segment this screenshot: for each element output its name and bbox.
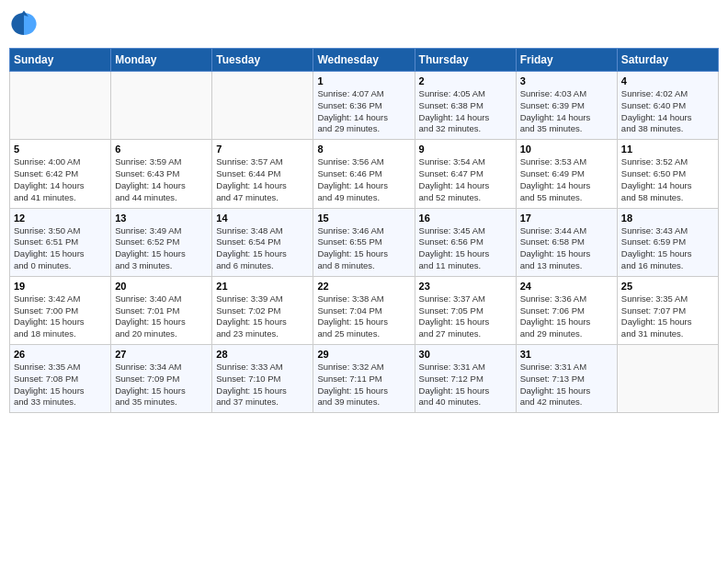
day-number: 12: [14, 213, 107, 224]
day-number: 19: [14, 281, 107, 292]
calendar-cell: 20Sunrise: 3:40 AM Sunset: 7:01 PM Dayli…: [111, 276, 212, 344]
calendar-cell: 3Sunrise: 4:03 AM Sunset: 6:39 PM Daylig…: [516, 72, 617, 140]
day-info: Sunrise: 3:39 AM Sunset: 7:02 PM Dayligh…: [216, 293, 309, 340]
day-info: Sunrise: 3:32 AM Sunset: 7:11 PM Dayligh…: [317, 362, 410, 408]
day-number: 10: [520, 144, 613, 155]
logo-icon: [9, 9, 39, 39]
calendar-cell: 6Sunrise: 3:59 AM Sunset: 6:43 PM Daylig…: [111, 140, 212, 208]
day-info: Sunrise: 3:34 AM Sunset: 7:09 PM Dayligh…: [115, 362, 208, 408]
calendar-cell: 26Sunrise: 3:35 AM Sunset: 7:08 PM Dayli…: [10, 345, 111, 413]
day-info: Sunrise: 3:37 AM Sunset: 7:05 PM Dayligh…: [419, 293, 512, 340]
day-info: Sunrise: 4:02 AM Sunset: 6:40 PM Dayligh…: [621, 88, 714, 135]
calendar-week-row: 5Sunrise: 4:00 AM Sunset: 6:42 PM Daylig…: [10, 140, 719, 208]
calendar-week-row: 19Sunrise: 3:42 AM Sunset: 7:00 PM Dayli…: [10, 276, 719, 344]
day-number: 16: [419, 213, 512, 224]
weekday-header: Tuesday: [212, 49, 313, 72]
calendar-cell: 24Sunrise: 3:36 AM Sunset: 7:06 PM Dayli…: [516, 276, 617, 344]
day-info: Sunrise: 4:03 AM Sunset: 6:39 PM Dayligh…: [520, 88, 613, 135]
day-number: 2: [419, 75, 512, 86]
calendar-cell: 12Sunrise: 3:50 AM Sunset: 6:51 PM Dayli…: [10, 208, 111, 276]
day-info: Sunrise: 3:35 AM Sunset: 7:08 PM Dayligh…: [14, 362, 107, 408]
day-number: 7: [216, 144, 309, 155]
calendar-cell: 4Sunrise: 4:02 AM Sunset: 6:40 PM Daylig…: [617, 72, 718, 140]
weekday-header: Friday: [516, 49, 617, 72]
day-number: 15: [317, 213, 410, 224]
calendar-cell: 31Sunrise: 3:31 AM Sunset: 7:13 PM Dayli…: [516, 345, 617, 413]
weekday-header: Saturday: [617, 49, 718, 72]
day-number: 14: [216, 213, 309, 224]
day-number: 8: [317, 144, 410, 155]
day-info: Sunrise: 3:48 AM Sunset: 6:54 PM Dayligh…: [216, 225, 309, 272]
calendar-cell: 13Sunrise: 3:49 AM Sunset: 6:52 PM Dayli…: [111, 208, 212, 276]
day-info: Sunrise: 3:52 AM Sunset: 6:50 PM Dayligh…: [621, 156, 714, 203]
day-number: 29: [317, 349, 410, 360]
day-number: 18: [621, 213, 714, 224]
day-number: 6: [115, 144, 208, 155]
day-info: Sunrise: 3:54 AM Sunset: 6:47 PM Dayligh…: [419, 156, 512, 203]
calendar-week-row: 12Sunrise: 3:50 AM Sunset: 6:51 PM Dayli…: [10, 208, 719, 276]
calendar-table: SundayMondayTuesdayWednesdayThursdayFrid…: [9, 48, 719, 413]
calendar-cell: 1Sunrise: 4:07 AM Sunset: 6:36 PM Daylig…: [313, 72, 415, 140]
day-number: 21: [216, 281, 309, 292]
day-info: Sunrise: 3:31 AM Sunset: 7:12 PM Dayligh…: [419, 362, 512, 408]
day-number: 23: [419, 281, 512, 292]
day-number: 11: [621, 144, 714, 155]
day-number: 20: [115, 281, 208, 292]
day-number: 5: [14, 144, 107, 155]
calendar-cell: 25Sunrise: 3:35 AM Sunset: 7:07 PM Dayli…: [617, 276, 718, 344]
calendar-cell: 14Sunrise: 3:48 AM Sunset: 6:54 PM Dayli…: [212, 208, 313, 276]
day-number: 31: [520, 349, 613, 360]
day-info: Sunrise: 3:49 AM Sunset: 6:52 PM Dayligh…: [115, 225, 208, 272]
calendar-cell: 9Sunrise: 3:54 AM Sunset: 6:47 PM Daylig…: [415, 140, 516, 208]
day-number: 30: [419, 349, 512, 360]
logo: [9, 9, 42, 39]
calendar-cell: 23Sunrise: 3:37 AM Sunset: 7:05 PM Dayli…: [415, 276, 516, 344]
page-header: [9, 9, 719, 39]
calendar-cell: 8Sunrise: 3:56 AM Sunset: 6:46 PM Daylig…: [313, 140, 415, 208]
day-info: Sunrise: 3:45 AM Sunset: 6:56 PM Dayligh…: [419, 225, 512, 272]
calendar-cell: 29Sunrise: 3:32 AM Sunset: 7:11 PM Dayli…: [313, 345, 415, 413]
weekday-header: Thursday: [415, 49, 516, 72]
day-info: Sunrise: 3:46 AM Sunset: 6:55 PM Dayligh…: [317, 225, 410, 272]
day-info: Sunrise: 3:59 AM Sunset: 6:43 PM Dayligh…: [115, 156, 208, 203]
calendar-header-row: SundayMondayTuesdayWednesdayThursdayFrid…: [10, 49, 719, 72]
day-info: Sunrise: 3:53 AM Sunset: 6:49 PM Dayligh…: [520, 156, 613, 203]
day-info: Sunrise: 3:35 AM Sunset: 7:07 PM Dayligh…: [621, 293, 714, 340]
calendar-week-row: 26Sunrise: 3:35 AM Sunset: 7:08 PM Dayli…: [10, 345, 719, 413]
calendar-cell: 17Sunrise: 3:44 AM Sunset: 6:58 PM Dayli…: [516, 208, 617, 276]
calendar-cell: 28Sunrise: 3:33 AM Sunset: 7:10 PM Dayli…: [212, 345, 313, 413]
day-number: 22: [317, 281, 410, 292]
day-info: Sunrise: 3:57 AM Sunset: 6:44 PM Dayligh…: [216, 156, 309, 203]
calendar-cell: 19Sunrise: 3:42 AM Sunset: 7:00 PM Dayli…: [10, 276, 111, 344]
day-info: Sunrise: 3:36 AM Sunset: 7:06 PM Dayligh…: [520, 293, 613, 340]
day-info: Sunrise: 4:05 AM Sunset: 6:38 PM Dayligh…: [419, 88, 512, 135]
calendar-cell: [10, 72, 111, 140]
calendar-cell: 7Sunrise: 3:57 AM Sunset: 6:44 PM Daylig…: [212, 140, 313, 208]
day-number: 26: [14, 349, 107, 360]
day-number: 1: [317, 75, 410, 86]
calendar-cell: 22Sunrise: 3:38 AM Sunset: 7:04 PM Dayli…: [313, 276, 415, 344]
calendar-cell: 16Sunrise: 3:45 AM Sunset: 6:56 PM Dayli…: [415, 208, 516, 276]
calendar-cell: 2Sunrise: 4:05 AM Sunset: 6:38 PM Daylig…: [415, 72, 516, 140]
day-info: Sunrise: 3:50 AM Sunset: 6:51 PM Dayligh…: [14, 225, 107, 272]
calendar-cell: 18Sunrise: 3:43 AM Sunset: 6:59 PM Dayli…: [617, 208, 718, 276]
day-info: Sunrise: 3:43 AM Sunset: 6:59 PM Dayligh…: [621, 225, 714, 272]
calendar-cell: [111, 72, 212, 140]
day-number: 24: [520, 281, 613, 292]
day-number: 28: [216, 349, 309, 360]
day-number: 4: [621, 75, 714, 86]
day-info: Sunrise: 3:33 AM Sunset: 7:10 PM Dayligh…: [216, 362, 309, 408]
day-info: Sunrise: 4:07 AM Sunset: 6:36 PM Dayligh…: [317, 88, 410, 135]
weekday-header: Monday: [111, 49, 212, 72]
day-number: 13: [115, 213, 208, 224]
calendar-cell: [617, 345, 718, 413]
calendar-cell: 5Sunrise: 4:00 AM Sunset: 6:42 PM Daylig…: [10, 140, 111, 208]
calendar-cell: 15Sunrise: 3:46 AM Sunset: 6:55 PM Dayli…: [313, 208, 415, 276]
day-info: Sunrise: 3:31 AM Sunset: 7:13 PM Dayligh…: [520, 362, 613, 408]
weekday-header: Wednesday: [313, 49, 415, 72]
calendar-cell: 11Sunrise: 3:52 AM Sunset: 6:50 PM Dayli…: [617, 140, 718, 208]
calendar-week-row: 1Sunrise: 4:07 AM Sunset: 6:36 PM Daylig…: [10, 72, 719, 140]
day-info: Sunrise: 3:40 AM Sunset: 7:01 PM Dayligh…: [115, 293, 208, 340]
calendar-cell: [212, 72, 313, 140]
calendar-cell: 27Sunrise: 3:34 AM Sunset: 7:09 PM Dayli…: [111, 345, 212, 413]
